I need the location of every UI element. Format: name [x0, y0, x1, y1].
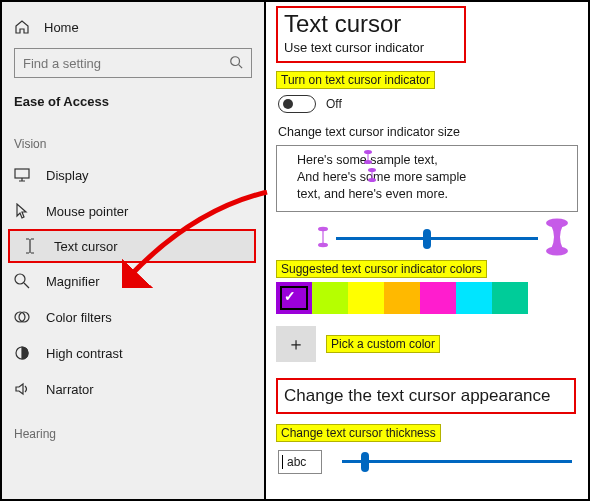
- sample-cursor-top: [363, 150, 373, 164]
- group-label-hearing: Hearing: [2, 407, 264, 447]
- sidebar-item-label: Color filters: [46, 310, 112, 325]
- indicator-size-slider[interactable]: [336, 237, 538, 240]
- color-swatches: ✓: [276, 282, 578, 314]
- svg-point-2: [15, 274, 25, 284]
- sidebar-item-label: Mouse pointer: [46, 204, 128, 219]
- sample-line: text, and here's even more.: [297, 186, 567, 203]
- search-icon: [229, 55, 243, 72]
- search-input[interactable]: [23, 56, 229, 71]
- group-label-vision: Vision: [2, 125, 264, 157]
- sidebar-item-magnifier[interactable]: Magnifier: [2, 263, 264, 299]
- search-box[interactable]: [14, 48, 252, 78]
- toggle-state-label: Off: [326, 97, 342, 111]
- sidebar-item-color-filters[interactable]: Color filters: [2, 299, 264, 335]
- thickness-slider[interactable]: [342, 460, 572, 463]
- section-title: Ease of Access: [2, 88, 264, 125]
- sidebar-item-label: Text cursor: [54, 239, 118, 254]
- color-swatch-gold[interactable]: [384, 282, 420, 314]
- appearance-heading-callout: Change the text cursor appearance: [276, 378, 576, 414]
- svg-point-16: [546, 247, 568, 256]
- slider-max-icon: [544, 218, 570, 259]
- narrator-icon: [14, 381, 30, 397]
- plus-icon: ＋: [287, 332, 305, 356]
- slider-min-icon: [316, 226, 330, 251]
- page-subtitle: Use text cursor indicator: [284, 40, 458, 55]
- size-label: Change text cursor indicator size: [278, 125, 578, 139]
- colors-callout: Suggested text cursor indicator colors: [276, 260, 487, 278]
- color-swatch-cyan[interactable]: [456, 282, 492, 314]
- color-swatch-purple[interactable]: ✓: [276, 282, 312, 314]
- indicator-size-slider-row: [276, 212, 578, 260]
- home-icon: [14, 19, 30, 35]
- svg-point-14: [318, 243, 328, 247]
- sidebar-item-narrator[interactable]: Narrator: [2, 371, 264, 407]
- magnifier-icon: [14, 273, 30, 289]
- sidebar-item-text-cursor[interactable]: Text cursor: [8, 229, 256, 263]
- home-nav[interactable]: Home: [2, 10, 264, 44]
- sidebar-item-mouse-pointer[interactable]: Mouse pointer: [2, 193, 264, 229]
- thickness-preview: abc: [278, 450, 322, 474]
- thickness-callout: Change text cursor thickness: [276, 424, 441, 442]
- main-content: Text cursor Use text cursor indicator Tu…: [266, 2, 588, 499]
- color-filters-icon: [14, 309, 30, 325]
- custom-color-callout: Pick a custom color: [326, 335, 440, 353]
- sidebar-item-label: Magnifier: [46, 274, 99, 289]
- color-swatch-magenta[interactable]: [420, 282, 456, 314]
- appearance-heading: Change the text cursor appearance: [284, 386, 551, 405]
- page-header-callout: Text cursor Use text cursor indicator: [276, 6, 466, 63]
- thickness-preview-text: abc: [281, 455, 306, 469]
- sample-line: And here's some more sample: [297, 169, 567, 186]
- custom-color-button[interactable]: ＋: [276, 326, 316, 362]
- mouse-pointer-icon: [14, 203, 30, 219]
- svg-point-8: [364, 160, 372, 164]
- sample-cursor-bot: [367, 168, 377, 182]
- svg-rect-13: [322, 229, 323, 245]
- sidebar-item-label: Display: [46, 168, 89, 183]
- sidebar-item-high-contrast[interactable]: High contrast: [2, 335, 264, 371]
- sample-text-box: Here's some sample text, And here's some…: [276, 145, 578, 212]
- display-icon: [14, 167, 30, 183]
- toggle-callout: Turn on text cursor indicator: [276, 71, 435, 89]
- color-swatch-yellow[interactable]: [348, 282, 384, 314]
- color-swatch-teal[interactable]: [492, 282, 528, 314]
- home-label: Home: [44, 20, 79, 35]
- indicator-toggle[interactable]: [278, 95, 316, 113]
- text-cursor-icon: [22, 238, 38, 254]
- sidebar-item-label: Narrator: [46, 382, 94, 397]
- sample-line: Here's some sample text,: [297, 152, 567, 169]
- page-title: Text cursor: [284, 10, 458, 38]
- color-swatch-lime[interactable]: [312, 282, 348, 314]
- settings-sidebar: Home Ease of Access Vision Display: [2, 2, 266, 499]
- svg-rect-1: [15, 169, 29, 178]
- sidebar-item-label: High contrast: [46, 346, 123, 361]
- svg-point-0: [231, 56, 240, 65]
- high-contrast-icon: [14, 345, 30, 361]
- sidebar-item-display[interactable]: Display: [2, 157, 264, 193]
- svg-point-11: [368, 178, 376, 182]
